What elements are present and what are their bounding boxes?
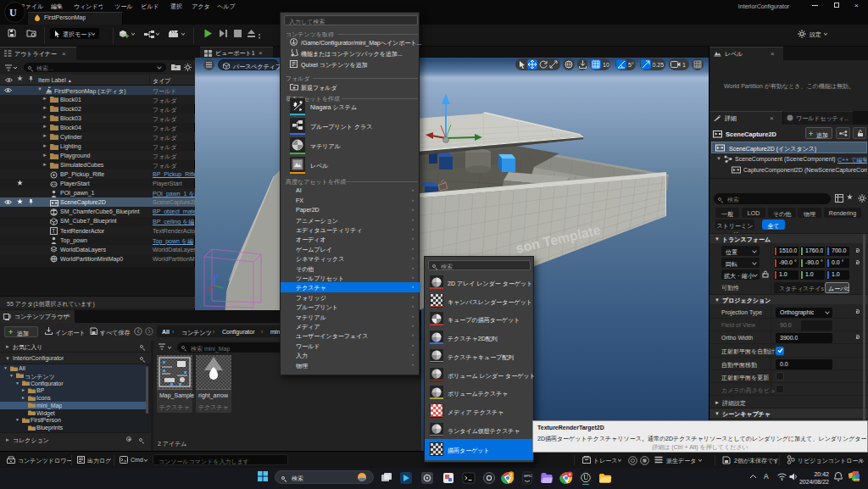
svg-text:+: + — [125, 32, 129, 39]
svg-text:EPIC: EPIC — [524, 474, 532, 478]
svg-text:PRE: PRE — [854, 480, 860, 481]
svg-text:9: 9 — [510, 472, 513, 477]
svg-text:U: U — [583, 474, 588, 481]
svg-text:z: z — [216, 273, 219, 278]
svg-text:+: + — [174, 64, 177, 70]
svg-text:T: T — [52, 228, 56, 234]
